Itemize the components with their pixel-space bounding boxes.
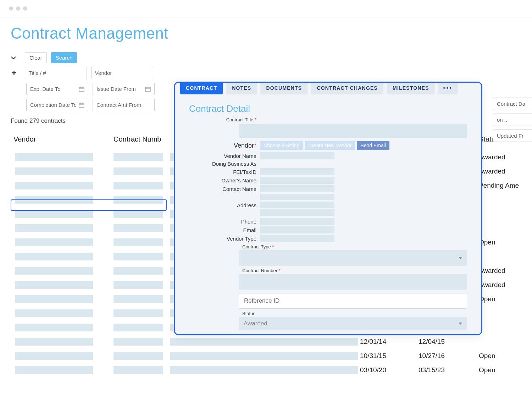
status-cell: Open: [479, 352, 532, 360]
clear-button[interactable]: Clear: [25, 52, 47, 63]
filter-completion-date-to[interactable]: Completion Date To: [26, 99, 88, 111]
contract-number-cell: [113, 182, 163, 189]
date2-cell: 03/15/23: [419, 366, 479, 374]
column-contract-number[interactable]: Contract Numb: [113, 135, 170, 143]
calendar-icon: [145, 86, 151, 92]
vendor-cell: [15, 295, 93, 303]
contract-number-cell: [113, 167, 163, 175]
search-button[interactable]: Search: [51, 52, 77, 63]
input-fei[interactable]: [260, 168, 334, 175]
status-cell: Awarded: [479, 153, 532, 161]
contract-title-cell: [170, 338, 358, 346]
input-contract-title[interactable]: [239, 124, 467, 138]
contract-number-cell: [113, 253, 163, 260]
vendor-cell: [15, 281, 93, 289]
label-contract-number: Contract Number *: [242, 268, 471, 273]
vendor-cell: [15, 224, 93, 232]
table-row[interactable]: 12/01/1412/04/15: [11, 335, 532, 349]
svg-rect-0: [79, 87, 84, 92]
filter-title-number[interactable]: Title / #: [25, 67, 87, 79]
input-contract-number[interactable]: [239, 274, 467, 290]
date1-cell: 03/10/20: [360, 366, 419, 374]
filter-contract-amt-from[interactable]: Contract Amt From: [93, 99, 155, 111]
status-cell: Awarded: [479, 267, 532, 275]
input-address-1[interactable]: [260, 194, 334, 200]
label-vendor-type: Vendor Type: [189, 236, 260, 242]
svg-rect-8: [79, 103, 84, 108]
label-contact: Contact Name: [189, 186, 260, 192]
input-contact[interactable]: [260, 185, 334, 192]
collapse-chevron-icon[interactable]: [11, 55, 16, 61]
filter-updated-from[interactable]: Updated Fr: [493, 130, 532, 142]
vendor-cell: [15, 182, 93, 189]
input-reference-id[interactable]: Reference ID: [239, 293, 467, 309]
label-dba: Doing Business As: [189, 161, 260, 167]
contract-number-cell: [113, 309, 163, 317]
input-vendor-name[interactable]: [260, 152, 334, 159]
choose-existing-button[interactable]: Choose Existing: [260, 141, 303, 150]
send-email-button[interactable]: Send Email: [357, 141, 389, 150]
tab-notes[interactable]: NOTES: [226, 82, 257, 94]
vendor-cell: [15, 309, 93, 317]
filter-vendor[interactable]: Vendor: [91, 67, 153, 79]
input-owner[interactable]: [260, 177, 334, 184]
status-cell: Awarded: [479, 281, 532, 289]
tab-documents[interactable]: DOCUMENTS: [260, 82, 307, 94]
input-email[interactable]: [260, 226, 334, 233]
contract-number-cell: [113, 153, 163, 161]
tab-more-icon[interactable]: •••: [438, 82, 458, 94]
label-phone: Phone: [189, 219, 260, 225]
tab-contract-changes[interactable]: CONTRACT CHANGES: [311, 82, 383, 94]
table-row[interactable]: 03/10/2003/15/23Open: [11, 363, 532, 377]
select-contract-type[interactable]: [239, 250, 467, 266]
contract-number-cell: [113, 238, 163, 246]
vendor-cell: [15, 267, 93, 275]
table-row[interactable]: 10/31/1510/27/16Open: [11, 349, 532, 363]
filter-issue-date-from[interactable]: Issue Date From: [93, 83, 155, 95]
filter-contract-date[interactable]: Contract Da: [493, 98, 532, 110]
vendor-cell: [15, 253, 93, 260]
filter-exp-date-to[interactable]: Exp. Date To: [26, 83, 88, 95]
calendar-icon: [79, 86, 84, 92]
detail-title: Contract Detail: [189, 103, 471, 114]
page-title: Contract Management: [11, 24, 532, 42]
vendor-cell: [15, 238, 93, 246]
contract-number-cell: [113, 267, 163, 275]
label-email: Email: [189, 227, 260, 233]
contract-title-cell: [170, 352, 358, 360]
vendor-cell: [15, 153, 93, 161]
svg-rect-4: [145, 87, 150, 92]
label-address: Address: [189, 202, 260, 208]
label-owner: Owner's Name: [189, 177, 260, 183]
contract-number-cell: [113, 324, 163, 331]
selected-row-outline: [11, 199, 167, 211]
traffic-light-dot: [23, 6, 27, 11]
date2-cell: 10/27/16: [419, 352, 479, 360]
status-cell: Open: [479, 366, 532, 374]
input-vendor-type[interactable]: [260, 235, 334, 242]
date1-cell: 12/01/14: [360, 338, 419, 346]
status-cell: Awarded: [479, 167, 532, 175]
calendar-icon: [79, 102, 84, 108]
select-status[interactable]: Awarded: [239, 317, 467, 330]
traffic-light-dot: [9, 6, 13, 11]
tab-milestones[interactable]: MILESTONES: [387, 82, 435, 94]
contract-number-cell: [113, 352, 163, 360]
vendor-cell: [15, 352, 93, 360]
status-cell: Open: [479, 238, 532, 246]
vendor-cell: [15, 338, 93, 346]
add-icon[interactable]: +: [12, 68, 16, 78]
window-chrome: [0, 0, 532, 17]
input-phone[interactable]: [260, 218, 334, 225]
vendor-cell: [15, 324, 93, 331]
label-vendor: Vendor*: [189, 142, 260, 149]
date2-cell: 12/04/15: [419, 338, 479, 346]
input-address-2[interactable]: [260, 202, 334, 208]
create-new-vendor-button[interactable]: Create New Vendor: [305, 141, 355, 150]
column-vendor[interactable]: Vendor: [11, 135, 113, 143]
input-address-3[interactable]: [260, 209, 334, 216]
vendor-cell: [15, 366, 93, 374]
tab-contract[interactable]: CONTRACT: [180, 82, 223, 94]
filter-completion[interactable]: on ..: [493, 114, 532, 126]
contract-number-cell: [113, 210, 163, 218]
